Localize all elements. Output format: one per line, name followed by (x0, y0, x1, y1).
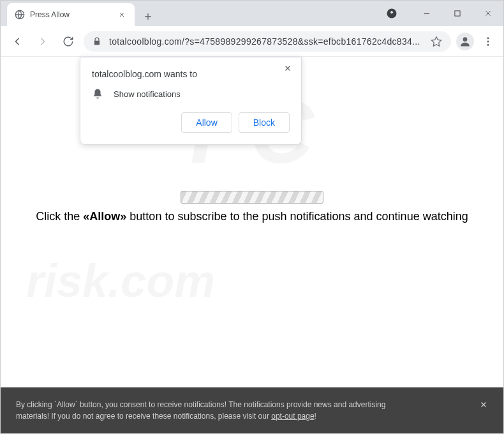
browser-tab[interactable]: Press Allow (7, 3, 135, 26)
progress-bar (181, 191, 323, 204)
allow-button[interactable]: Allow (181, 112, 232, 133)
close-window-button[interactable] (473, 1, 503, 26)
opt-out-link[interactable]: opt-out page (271, 412, 314, 421)
permission-label: Show notifications (114, 89, 181, 99)
instruction-text: Click the «Allow» button to subscribe to… (1, 210, 503, 223)
footer-text: By clicking `Allow` button, you consent … (16, 399, 466, 422)
close-icon[interactable] (283, 64, 293, 74)
maximize-button[interactable] (442, 1, 473, 26)
svg-point-6 (487, 43, 489, 45)
extension-shield-icon[interactable] (385, 7, 398, 20)
forward-button[interactable] (33, 31, 53, 52)
address-bar[interactable]: totalcoolblog.com/?s=4758989299267873528… (84, 31, 451, 52)
page-content: PC risk.com totalcoolblog.com wants to S… (1, 57, 503, 433)
tab-bar: Press Allow (1, 1, 401, 26)
close-icon[interactable] (479, 400, 488, 409)
bell-icon (92, 88, 103, 100)
close-icon[interactable] (117, 10, 127, 20)
window-controls (411, 1, 503, 26)
menu-button[interactable] (479, 33, 497, 50)
browser-toolbar: totalcoolblog.com/?s=4758989299267873528… (1, 26, 503, 57)
tab-title: Press Allow (30, 10, 112, 19)
bookmark-star-icon[interactable] (431, 36, 442, 47)
lock-icon[interactable] (93, 36, 103, 47)
permission-title: totalcoolblog.com wants to (92, 69, 290, 79)
globe-icon (15, 10, 25, 20)
svg-point-5 (487, 40, 489, 42)
profile-avatar[interactable] (456, 33, 474, 50)
watermark-text: risk.com (26, 255, 215, 307)
reload-button[interactable] (58, 31, 78, 52)
svg-point-4 (487, 37, 489, 39)
minimize-button[interactable] (411, 1, 442, 26)
url-text: totalcoolblog.com/?s=4758989299267873528… (109, 36, 424, 47)
block-button[interactable]: Block (239, 112, 290, 133)
permission-dialog: totalcoolblog.com wants to Show notifica… (80, 57, 302, 145)
back-button[interactable] (7, 31, 27, 52)
page-message-area: Click the «Allow» button to subscribe to… (1, 191, 503, 223)
new-tab-button[interactable] (138, 7, 158, 26)
consent-footer: By clicking `Allow` button, you consent … (1, 387, 503, 433)
svg-point-3 (463, 37, 468, 41)
svg-rect-2 (455, 11, 460, 16)
